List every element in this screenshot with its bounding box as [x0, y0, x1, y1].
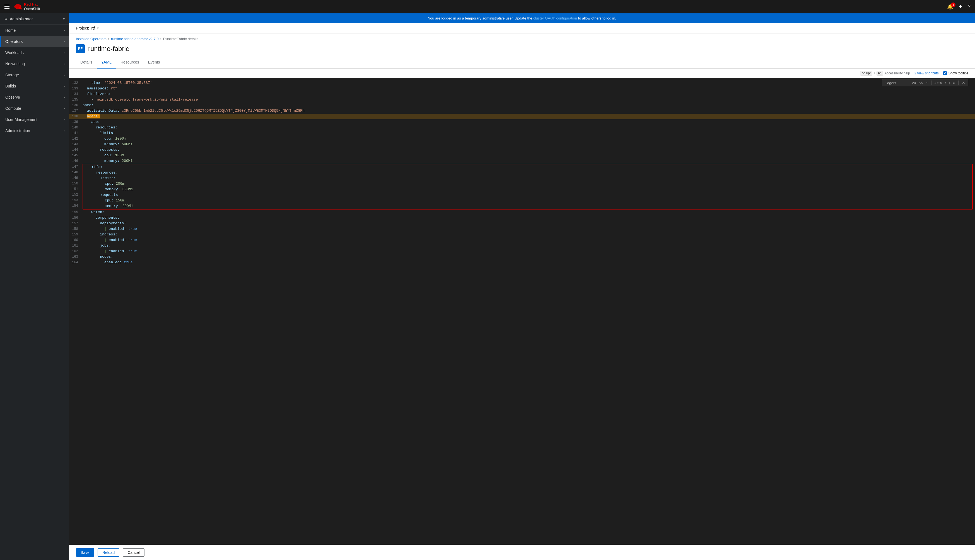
admin-selector-label: Administrator [10, 17, 33, 21]
sidebar-item-label: Workloads [5, 50, 24, 55]
banner-text-after: to allow others to log in. [578, 16, 616, 20]
search-lines-button[interactable]: ≡ [952, 81, 955, 85]
code-line: 144 requests: [69, 147, 975, 153]
regex-icon[interactable]: .* [925, 80, 928, 85]
page-title: runtime-fabric [88, 45, 129, 53]
view-shortcuts-link[interactable]: ℹ View shortcuts [915, 71, 939, 75]
code-line: 143 memory: 500Mi [69, 142, 975, 147]
code-line: 150 cpu: 200m [83, 181, 972, 187]
banner-text: You are logged in as a temporary adminis… [428, 16, 533, 20]
line-number: 157 [69, 221, 82, 226]
sidebar-item-storage[interactable]: Storage › [0, 69, 69, 80]
search-prev-button[interactable]: ↑ [943, 81, 947, 85]
show-tooltips-checkbox[interactable] [943, 71, 947, 75]
sidebar-item-label: Home [5, 28, 16, 33]
line-number: 144 [69, 147, 82, 152]
search-close-button[interactable]: ✕ [961, 80, 966, 85]
code-line: 152 requests: [83, 192, 972, 198]
sidebar-item-workloads[interactable]: Workloads › [0, 47, 69, 58]
rtfd-line-numbers: 147 148 149 150 151 152 153 154 [69, 164, 82, 208]
sidebar: ⚙ Administrator ▾ Home › Operators › Wor… [0, 13, 69, 560]
sidebar-item-arrow-icon: › [64, 73, 65, 77]
sidebar-item-label: Compute [5, 106, 21, 111]
sidebar-item-administration[interactable]: Administration › [0, 125, 69, 136]
show-tooltips-label: Show tooltips [948, 71, 968, 75]
tab-details[interactable]: Details [76, 57, 97, 68]
help-icon[interactable]: ? [968, 4, 970, 10]
line-number: 143 [69, 142, 82, 147]
breadcrumb-current: RuntimeFabric details [163, 37, 198, 41]
tab-events[interactable]: Events [144, 57, 164, 68]
code-line: 149 limits: [83, 175, 972, 181]
code-line: 155 watch: [69, 210, 975, 215]
code-line: 140 resources: [69, 125, 975, 130]
code-line: 139 app: [69, 119, 975, 125]
search-options: Aa AB .* [911, 80, 928, 85]
editor-search-bar: › Aa AB .* 1 of 6 ↑ ↓ ≡ ✕ [882, 79, 968, 87]
sidebar-item-builds[interactable]: Builds › [0, 80, 69, 92]
sidebar-item-arrow-icon: › [64, 29, 65, 32]
rtfd-border-box: 147 rtfd: 148 resources: 149 limit [82, 164, 973, 210]
line-number: 146 [69, 158, 82, 163]
line-number: 161 [69, 243, 82, 248]
match-case-icon[interactable]: Aa [911, 80, 916, 85]
project-label: Project: [76, 26, 89, 30]
line-number: 137 [69, 108, 82, 113]
sidebar-item-home[interactable]: Home › [0, 25, 69, 36]
yaml-editor[interactable]: › Aa AB .* 1 of 6 ↑ ↓ ≡ ✕ [69, 78, 975, 545]
code-line: 159 ingress: [69, 232, 975, 237]
search-next-button[interactable]: ↓ [948, 81, 951, 85]
line-number: 142 [69, 136, 82, 141]
sidebar-item-observe[interactable]: Observe › [0, 92, 69, 103]
search-navigation: ↑ ↓ ≡ [943, 81, 955, 85]
content-area: You are logged in as a temporary adminis… [69, 13, 975, 560]
show-tooltips-checkbox-label[interactable]: Show tooltips [943, 71, 968, 75]
code-line: 163 nodes: [69, 254, 975, 260]
sidebar-item-label: Storage [5, 73, 19, 77]
save-button[interactable]: Save [76, 548, 94, 557]
sidebar-item-operators[interactable]: Operators › [0, 36, 69, 47]
sidebar-item-label: Observe [5, 95, 20, 100]
code-line: 161 jobs: [69, 243, 975, 248]
cancel-button[interactable]: Cancel [123, 548, 144, 557]
notifications-bell[interactable]: 🔔 1 [947, 3, 953, 10]
line-number: 136 [69, 103, 82, 108]
breadcrumb-installed-operators[interactable]: Installed Operators [76, 37, 107, 41]
project-bar: Project: rtf ▾ [69, 23, 975, 33]
banner-link[interactable]: cluster OAuth configuration [533, 16, 577, 20]
line-number: 163 [69, 254, 82, 259]
reload-button[interactable]: Reload [98, 548, 119, 557]
line-number: 156 [69, 215, 82, 220]
shortcut-f1-key: F1 [876, 71, 883, 75]
sidebar-item-user-management[interactable]: User Management › [0, 114, 69, 125]
admin-selector[interactable]: ⚙ Administrator ▾ [0, 13, 69, 25]
line-number: 135 [69, 97, 82, 102]
sidebar-item-networking[interactable]: Networking › [0, 58, 69, 69]
sidebar-item-arrow-icon: › [64, 85, 65, 88]
code-line: 137 activationData: c3RneC5hbnlwb2ludC5t… [69, 108, 975, 114]
add-icon[interactable]: + [959, 3, 962, 10]
code-line: 156 components: [69, 215, 975, 221]
code-line: 142 cpu: 1000m [69, 136, 975, 142]
hamburger-menu[interactable] [5, 5, 10, 8]
sidebar-item-compute[interactable]: Compute › [0, 103, 69, 114]
resource-icon: RF [76, 44, 85, 53]
breadcrumb-operator-version[interactable]: runtime-fabric-operator.v2.7.0 [111, 37, 159, 41]
code-line: 147 rtfd: [83, 164, 972, 170]
code-line: 141 limits: [69, 130, 975, 136]
project-dropdown-chevron-icon[interactable]: ▾ [97, 26, 99, 30]
info-banner: You are logged in as a temporary adminis… [69, 13, 975, 23]
whole-word-icon[interactable]: AB [918, 80, 924, 85]
code-line: 164 enabled: true [69, 260, 975, 265]
line-number: 133 [69, 86, 82, 91]
sidebar-item-arrow-icon: › [64, 40, 65, 43]
tab-resources[interactable]: Resources [116, 57, 144, 68]
tab-yaml[interactable]: YAML [97, 57, 116, 68]
code-line: 151 memory: 300Mi [83, 187, 972, 192]
code-line: 148 resources: [83, 170, 972, 175]
navbar-actions: 🔔 1 + ? [947, 3, 970, 10]
code-line: 153 cpu: 150m [83, 198, 972, 203]
code-line: 160 | enabled: true [69, 237, 975, 243]
line-number: 155 [69, 210, 82, 215]
editor-search-input[interactable] [887, 81, 910, 85]
